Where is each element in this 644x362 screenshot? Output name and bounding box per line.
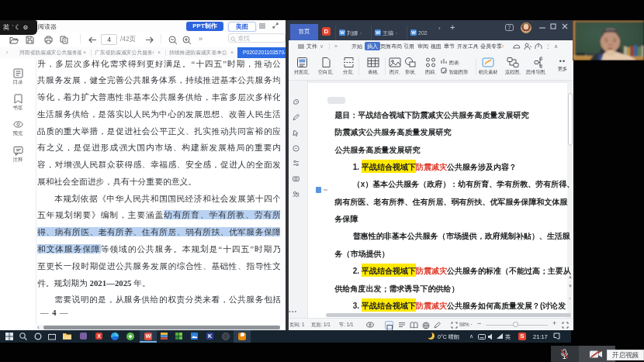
svg-text:7: 7 [508,25,511,30]
